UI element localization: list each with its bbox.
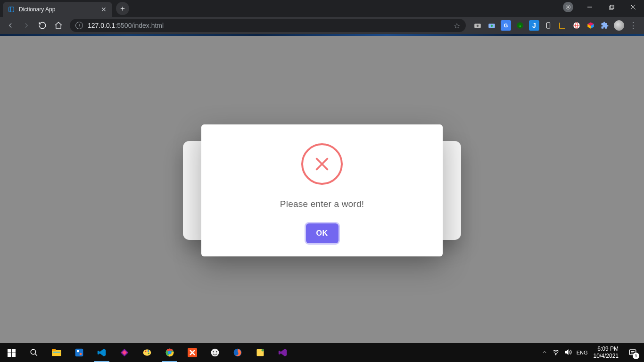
search-button[interactable] (23, 343, 45, 362)
vscode-icon[interactable] (91, 343, 113, 362)
extension-green-icon[interactable]: ♫ (515, 20, 525, 31)
svg-rect-28 (77, 350, 79, 352)
reload-button[interactable] (35, 18, 50, 33)
system-tray: ENG 6:09 PM 10/4/2021 1 (542, 343, 644, 362)
svg-rect-26 (53, 352, 60, 353)
clock[interactable]: 6:09 PM 10/4/2021 (594, 346, 619, 360)
notification-count: 1 (633, 353, 639, 359)
svg-point-46 (262, 349, 264, 352)
address-bar: i 127.0.0.1:5500/index.html ☆ G ♫ J (0, 17, 644, 34)
forward-button[interactable] (19, 18, 34, 33)
svg-point-34 (148, 350, 149, 352)
svg-rect-29 (80, 353, 82, 355)
svg-point-42 (213, 351, 214, 353)
extension-ball-icon[interactable] (571, 20, 582, 31)
svg-point-47 (555, 354, 556, 354)
profile-avatar-icon[interactable] (614, 20, 624, 31)
svg-rect-6 (610, 5, 613, 8)
window-controls (563, 0, 644, 14)
svg-rect-15 (547, 23, 550, 28)
svg-rect-0 (9, 7, 14, 12)
account-badge-icon[interactable] (563, 2, 573, 12)
new-tab-button[interactable]: ＋ (116, 2, 129, 15)
extension-translate-icon[interactable]: G (501, 20, 511, 31)
tab-strip: Dictionary App ✕ ＋ (0, 0, 644, 17)
tab-title: Dictionary App (19, 6, 96, 13)
back-button[interactable] (3, 18, 18, 33)
clock-date: 10/4/2021 (594, 353, 619, 360)
wifi-icon[interactable] (552, 348, 560, 357)
extension-ruler-icon[interactable] (557, 20, 568, 31)
home-button[interactable] (51, 18, 66, 33)
taskbar-app-3-icon[interactable] (249, 343, 272, 362)
visual-studio-icon[interactable] (272, 343, 294, 362)
svg-point-32 (143, 349, 151, 355)
taskbar-apps (0, 343, 294, 362)
tray-chevron-icon[interactable] (542, 349, 547, 356)
xmind-icon[interactable] (181, 343, 204, 362)
svg-point-12 (491, 25, 493, 27)
svg-rect-1 (10, 7, 11, 12)
taskbar: ENG 6:09 PM 10/4/2021 1 (0, 343, 644, 362)
bookmark-star-icon[interactable]: ☆ (454, 21, 460, 30)
site-info-icon[interactable]: i (75, 22, 83, 29)
extension-screenshot-icon[interactable] (487, 20, 497, 31)
url-input[interactable]: i 127.0.0.1:5500/index.html ☆ (70, 19, 466, 32)
extension-phone-icon[interactable] (543, 20, 553, 31)
alert-modal: Please enter a word! OK (201, 124, 443, 256)
clock-time: 6:09 PM (594, 346, 619, 353)
url-text: 127.0.0.1:5500/index.html (88, 22, 164, 29)
browser-tab[interactable]: Dictionary App ✕ (3, 2, 112, 17)
notifications-button[interactable]: 1 (624, 343, 641, 362)
favicon-icon (8, 6, 15, 13)
svg-line-23 (35, 354, 37, 356)
browser-chrome: Dictionary App ✕ ＋ i (0, 0, 644, 34)
taskbar-app-1-icon[interactable] (68, 343, 91, 362)
modal-backdrop[interactable]: Please enter a word! OK (0, 36, 644, 345)
extension-icons: G ♫ J ⋮ (470, 20, 641, 31)
emoji-icon[interactable] (204, 343, 226, 362)
browser-menu-button[interactable]: ⋮ (628, 20, 638, 31)
extension-camera-icon[interactable] (472, 20, 483, 31)
taskbar-app-2-icon[interactable] (113, 343, 136, 362)
firefox-icon[interactable] (226, 343, 249, 362)
maximize-button[interactable] (601, 0, 622, 14)
start-button[interactable] (0, 343, 23, 362)
svg-point-33 (145, 351, 146, 352)
close-tab-icon[interactable]: ✕ (100, 6, 107, 13)
svg-point-22 (31, 349, 36, 354)
chrome-icon[interactable] (158, 343, 181, 362)
error-icon (301, 143, 343, 185)
svg-point-43 (216, 351, 217, 353)
extensions-puzzle-icon[interactable] (600, 20, 610, 31)
extension-cube-icon[interactable] (586, 20, 596, 31)
extension-j-icon[interactable]: J (529, 20, 539, 31)
svg-point-10 (477, 25, 479, 27)
svg-rect-27 (75, 349, 83, 357)
svg-point-41 (211, 349, 219, 357)
close-window-button[interactable] (622, 0, 644, 14)
minimize-button[interactable] (579, 0, 601, 14)
alert-message: Please enter a word! (280, 199, 364, 209)
svg-marker-48 (565, 350, 568, 354)
paint-icon[interactable] (136, 343, 158, 362)
svg-rect-25 (52, 349, 56, 351)
viewport: Please enter a word! OK (0, 36, 644, 345)
ok-button[interactable]: OK (306, 223, 339, 243)
language-icon[interactable]: ENG (577, 350, 588, 355)
svg-rect-24 (52, 350, 61, 356)
svg-point-3 (568, 7, 569, 8)
svg-rect-5 (609, 6, 612, 9)
svg-point-35 (148, 353, 149, 354)
file-explorer-icon[interactable] (45, 343, 68, 362)
svg-point-39 (168, 351, 171, 354)
volume-icon[interactable] (564, 348, 572, 357)
svg-text:♫: ♫ (519, 24, 521, 28)
